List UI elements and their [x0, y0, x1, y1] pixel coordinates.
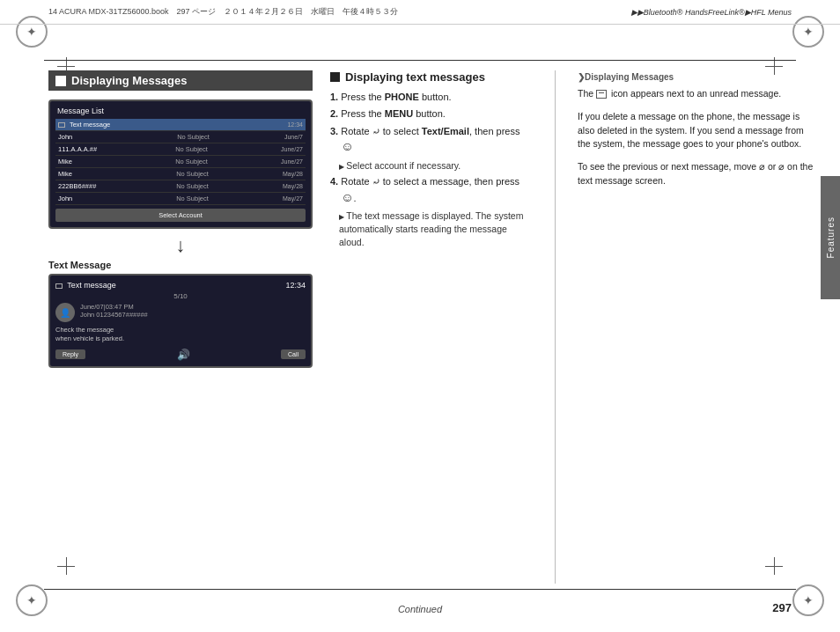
table-row: Mike No Subject May/28 — [55, 168, 306, 180]
text-message-detail: 👤 June/07|03:47 PMJohn 01234567###### — [55, 303, 306, 322]
arrow-down-icon: ↓ — [48, 236, 313, 255]
page-header: 14 ACURA MDX-31TZ56000.book 297 ページ ２０１４… — [0, 0, 840, 25]
select-account-button[interactable]: Select Account — [55, 209, 306, 222]
right-notes-title: ❯Displaying Messages — [578, 70, 814, 84]
step-3-note: Select account if necessary. — [339, 159, 533, 173]
message-list-screen: Message List Text message 12:34 John No … — [48, 99, 313, 229]
right-note-2: If you delete a message on the phone, th… — [578, 110, 814, 151]
middle-column: Displaying text messages 1. Press the PH… — [330, 70, 533, 584]
features-tab: Features — [821, 176, 840, 299]
continued-text: Continued — [398, 604, 442, 614]
message-list-title: Message List — [57, 107, 104, 115]
page-number: 297 — [772, 601, 792, 614]
step-4: 4. Rotate ⤾ to select a message, then pr… — [330, 175, 533, 206]
table-row: John No Subject May/27 — [55, 193, 306, 205]
section-header: Displaying Messages — [48, 70, 313, 91]
left-column: Displaying Messages Message List Text me… — [48, 70, 313, 584]
top-divider — [44, 60, 796, 61]
file-info: 14 ACURA MDX-31TZ56000.book 297 ページ ２０１４… — [48, 6, 631, 18]
speaker-icon: 🔊 — [177, 349, 189, 361]
avatar: 👤 — [55, 303, 75, 322]
step-3: 3. Rotate ⤾ to select Text/Email, then p… — [330, 125, 533, 156]
call-button[interactable]: Call — [281, 349, 306, 359]
section-square-icon — [55, 76, 66, 86]
corner-decoration-br — [792, 584, 824, 616]
column-divider — [555, 70, 556, 584]
table-row: 111.A.A.A.## No Subject June/27 — [55, 143, 306, 156]
text-screen-footer: Reply 🔊 Call — [55, 349, 306, 361]
table-row: 222BB6#### No Subject May/28 — [55, 180, 306, 193]
text-sender: June/07|03:47 PMJohn 01234567###### — [80, 303, 148, 319]
table-row: Mike No Subject June/27 — [55, 156, 306, 168]
right-note-3: To see the previous or next message, mov… — [578, 160, 814, 188]
features-label: Features — [826, 217, 836, 258]
step-1: 1. Press the PHONE button. — [330, 91, 533, 104]
msg-icon-small — [55, 283, 63, 289]
msg-header-label: Text message — [58, 121, 110, 129]
text-message-screen: Text message 12:34 5/10 👤 June/07|03:47 … — [48, 274, 313, 368]
table-row: John No Subject June/7 — [55, 131, 306, 143]
text-screen-subheader: 5/10 — [55, 292, 306, 300]
bottom-divider — [44, 589, 796, 590]
step-2: 2. Press the MENU button. — [330, 107, 533, 121]
main-content: Displaying Messages Message List Text me… — [48, 70, 814, 584]
section-title: Displaying Messages — [71, 74, 188, 87]
text-body: Check the messagewhen vehicle is parked. — [55, 326, 306, 343]
text-screen-header: Text message 12:34 — [55, 281, 306, 290]
breadcrumb: ▶▶Bluetooth® HandsFreeLink®▶HFL Menus — [631, 8, 792, 17]
text-message-label: Text Message — [48, 260, 313, 270]
message-list-header-row: Text message 12:34 — [55, 119, 306, 131]
instructions-header: Displaying text messages — [330, 70, 533, 84]
right-note-1: The icon appears next to an unread messa… — [578, 87, 814, 101]
text-screen-time: 12:34 — [285, 281, 306, 290]
message-icon — [58, 122, 65, 128]
step-4-note: The text message is displayed. The syste… — [339, 209, 533, 248]
corner-decoration-bl — [16, 584, 48, 616]
text-screen-title: Text message — [55, 281, 116, 290]
instructions-title: Displaying text messages — [345, 70, 485, 84]
instr-square-icon — [330, 72, 340, 82]
envelope-icon — [596, 90, 607, 99]
right-column: ❯Displaying Messages The icon appears ne… — [578, 70, 814, 584]
screen-header: Message List — [55, 107, 306, 115]
reply-button[interactable]: Reply — [55, 349, 85, 359]
